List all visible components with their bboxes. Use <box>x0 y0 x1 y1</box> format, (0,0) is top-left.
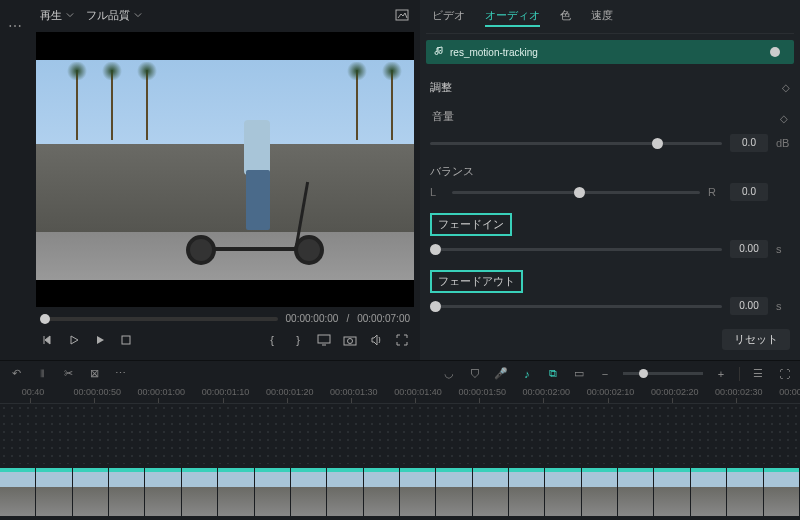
quality-dropdown[interactable]: フル品質 <box>86 8 142 23</box>
play-backward-icon[interactable] <box>66 332 82 348</box>
clip-handle[interactable] <box>770 47 780 57</box>
plus-icon[interactable]: + <box>713 368 729 380</box>
scrub-slider[interactable] <box>40 317 278 321</box>
audio-mixer-icon[interactable]: ♪ <box>519 368 535 380</box>
bracket-left-icon[interactable]: { <box>264 332 280 348</box>
left-strip: ⋯ <box>0 0 30 360</box>
clip-thumbnail[interactable] <box>618 468 654 516</box>
clip-thumbnail[interactable] <box>73 468 109 516</box>
tab-audio[interactable]: オーディオ <box>485 6 540 27</box>
fadeout-slider[interactable] <box>430 305 722 308</box>
fadeout-label: フェードアウト <box>430 270 523 293</box>
shield-icon[interactable]: ⛉ <box>467 368 483 380</box>
timecode-sep: / <box>346 313 349 324</box>
clip-thumbnail[interactable] <box>691 468 727 516</box>
clip-thumbnail[interactable] <box>727 468 763 516</box>
tab-color[interactable]: 色 <box>560 6 571 27</box>
clip-thumbnail[interactable] <box>582 468 618 516</box>
video-preview[interactable] <box>36 32 414 307</box>
timeline-area[interactable] <box>0 404 800 520</box>
property-tabs: ビデオ オーディオ 色 速度 <box>426 4 794 34</box>
playback-mode-label: 再生 <box>40 8 62 23</box>
fadein-slider[interactable] <box>430 248 722 251</box>
fullscreen-icon[interactable] <box>394 332 410 348</box>
clip-bar[interactable]: res_motion-tracking <box>426 40 794 64</box>
clip-thumbnail[interactable] <box>218 468 254 516</box>
clip-thumbnail[interactable] <box>545 468 581 516</box>
fadeout-value[interactable]: 0.00 <box>730 297 768 315</box>
scrub-handle[interactable] <box>40 314 50 324</box>
balance-slider[interactable] <box>452 191 700 194</box>
clip-thumbnail[interactable] <box>291 468 327 516</box>
monitor-icon[interactable] <box>316 332 332 348</box>
clip-thumbnail[interactable] <box>473 468 509 516</box>
mic-icon[interactable]: 🎤 <box>493 367 509 380</box>
prev-frame-icon[interactable] <box>40 332 56 348</box>
undo-icon[interactable]: ↶ <box>8 367 24 380</box>
play-icon[interactable] <box>92 332 108 348</box>
divider <box>739 367 740 381</box>
fadein-label: フェードイン <box>430 213 512 236</box>
bracket-right-icon[interactable]: } <box>290 332 306 348</box>
svg-point-4 <box>348 339 353 344</box>
balance-r: R <box>708 186 722 198</box>
volume-label: 音量 <box>432 109 454 124</box>
volume-icon[interactable] <box>368 332 384 348</box>
volume-slider[interactable] <box>430 142 722 145</box>
more-icon[interactable]: ⋯ <box>8 18 23 34</box>
music-note-icon <box>434 46 444 58</box>
chevron-down-icon <box>66 11 74 19</box>
clip-thumbnail[interactable] <box>255 468 291 516</box>
clip-thumbnail[interactable] <box>109 468 145 516</box>
clip-thumbnail[interactable] <box>509 468 545 516</box>
clip-thumbnail[interactable] <box>400 468 436 516</box>
tab-speed[interactable]: 速度 <box>591 6 613 27</box>
svg-rect-2 <box>318 335 330 343</box>
balance-label: バランス <box>430 164 790 179</box>
empty-track[interactable] <box>0 404 800 464</box>
clip-thumbnail[interactable] <box>36 468 72 516</box>
more-dots-icon[interactable]: ⋯ <box>112 367 128 380</box>
cut-icon[interactable]: ✂ <box>60 367 76 380</box>
camera-icon[interactable] <box>342 332 358 348</box>
section-adjust-label: 調整 <box>430 80 452 95</box>
subclip-icon[interactable]: ▭ <box>571 367 587 380</box>
sliders-icon[interactable]: ⫴ <box>34 367 50 380</box>
square-x-icon[interactable]: ⊠ <box>86 367 102 380</box>
tab-video[interactable]: ビデオ <box>432 6 465 27</box>
stop-icon[interactable] <box>118 332 134 348</box>
minus-icon[interactable]: − <box>597 368 613 380</box>
keyframe-diamond-icon[interactable]: ◇ <box>780 113 788 124</box>
clip-thumbnail[interactable] <box>145 468 181 516</box>
link-icon[interactable]: ⧉ <box>545 367 561 380</box>
clip-thumbnail[interactable] <box>182 468 218 516</box>
zoom-slider[interactable] <box>623 372 703 375</box>
fadein-unit: s <box>776 243 790 255</box>
balance-value[interactable]: 0.0 <box>730 183 768 201</box>
clip-thumbnail[interactable] <box>764 468 800 516</box>
clip-name: res_motion-tracking <box>450 47 538 58</box>
quality-label: フル品質 <box>86 8 130 23</box>
reset-button[interactable]: リセット <box>722 329 790 350</box>
snapshot-icon[interactable] <box>394 7 410 23</box>
expand-icon[interactable]: ⛶ <box>776 368 792 380</box>
clip-thumbnail[interactable] <box>654 468 690 516</box>
chevron-down-icon <box>134 11 142 19</box>
keyframe-diamond-icon[interactable]: ◇ <box>782 82 790 93</box>
clip-thumbnail[interactable] <box>0 468 36 516</box>
balance-l: L <box>430 186 444 198</box>
clip-thumbnail[interactable] <box>436 468 472 516</box>
properties-panel: ビデオ オーディオ 色 速度 res_motion-tracking 調整 ◇ <box>420 0 800 360</box>
marker-icon[interactable]: ◡ <box>441 367 457 380</box>
timeline-toolbar: ↶ ⫴ ✂ ⊠ ⋯ ◡ ⛉ 🎤 ♪ ⧉ ▭ − + ☰ ⛶ <box>0 360 800 386</box>
video-track[interactable] <box>0 468 800 516</box>
list-view-icon[interactable]: ☰ <box>750 367 766 380</box>
timeline-ruler[interactable]: 00:4000:00:00:5000:00:01:0000:00:01:1000… <box>0 386 800 404</box>
preview-panel: 再生 フル品質 <box>30 0 420 360</box>
svg-rect-1 <box>122 336 130 344</box>
playback-mode-dropdown[interactable]: 再生 <box>40 8 74 23</box>
clip-thumbnail[interactable] <box>364 468 400 516</box>
clip-thumbnail[interactable] <box>327 468 363 516</box>
volume-value[interactable]: 0.0 <box>730 134 768 152</box>
fadein-value[interactable]: 0.00 <box>730 240 768 258</box>
